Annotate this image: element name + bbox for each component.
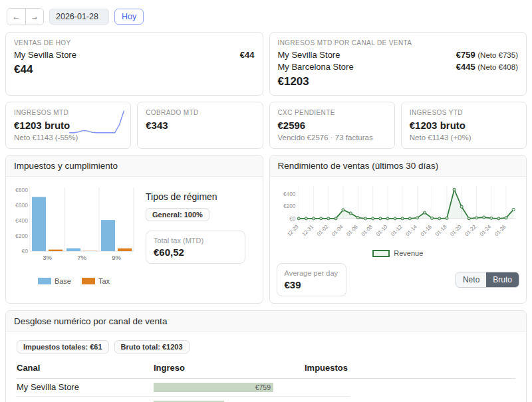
- svg-text:7%: 7%: [77, 254, 86, 261]
- svg-text:€0: €0: [22, 248, 29, 254]
- panel-desglose: Desglose numérico por canal de venta Imp…: [5, 310, 527, 402]
- column-ingreso: Ingreso: [154, 363, 305, 373]
- next-day-button[interactable]: →: [25, 9, 43, 25]
- revenue-swatch-icon: [372, 250, 390, 257]
- average-value: €39: [285, 279, 338, 290]
- card-title: CXC PENDIENTE: [278, 109, 386, 116]
- channel-row: My Barcelona Store €445 (Neto €408): [278, 62, 519, 72]
- card-title: INGRESOS YTD: [410, 109, 518, 116]
- card-value: €1203 bruto: [410, 120, 518, 131]
- channel-value: €445 (Neto €408): [456, 62, 518, 72]
- svg-text:01-04: 01-04: [330, 223, 344, 237]
- legend-label: Base: [55, 277, 71, 285]
- card-cxc-pendiente: CXC PENDIENTE €2596 Vencido €2576 · 73 f…: [269, 102, 395, 149]
- svg-text:01-10: 01-10: [374, 223, 388, 237]
- svg-text:01-24: 01-24: [478, 223, 492, 237]
- dashboard-page: ← → Hoy VENTAS DE HOY My Sevilla Store €…: [0, 0, 532, 402]
- regimen-badge: General: 100%: [146, 208, 209, 221]
- svg-text:01-18: 01-18: [434, 224, 447, 237]
- mtd-trend-sparkline: [68, 109, 126, 137]
- regimen-column: Tipos de régimen General: 100% Total tax…: [146, 183, 245, 285]
- legend-item-tax: Tax: [82, 277, 110, 285]
- arrow-left-icon: ←: [13, 12, 21, 21]
- revenue-line-chart: €0€200€40012-2912-3101-0201-0401-0601-08…: [277, 181, 519, 249]
- card-value: €2596: [278, 120, 386, 131]
- rendimiento-body: €0€200€40012-2912-3101-0201-0401-0601-08…: [270, 177, 527, 303]
- svg-text:€200: €200: [15, 233, 28, 239]
- panel-title: Rendimiento de ventas (últimos 30 días): [270, 155, 527, 177]
- svg-text:€200: €200: [283, 203, 295, 209]
- card-cobrado-mtd: COBRADO MTD €343: [137, 102, 263, 149]
- ingreso-value: €759: [255, 383, 273, 391]
- panel-impuestos: Impuestos y cumplimiento €0€200€400€600€…: [5, 155, 263, 304]
- svg-text:€400: €400: [283, 191, 295, 197]
- card-title: INGRESOS MTD POR CANAL DE VENTA: [278, 39, 519, 47]
- total-tax-box: Total tax (MTD) €60,52: [146, 231, 245, 264]
- totals-badges: Impuestos totales: €61 Bruto total: €120…: [17, 340, 515, 353]
- card-subtext: Neto €1143 (+0%): [410, 134, 518, 142]
- today-button[interactable]: Hoy: [114, 9, 144, 25]
- ingreso-bar: €759: [154, 383, 273, 392]
- arrow-right-icon: →: [31, 12, 39, 21]
- gross-value: €445: [456, 62, 475, 72]
- channel-row: My Sevilla Store €759 (Neto €735): [278, 50, 519, 60]
- svg-text:01-12: 01-12: [390, 224, 403, 237]
- canal-cell: My Sevilla Store: [17, 382, 154, 392]
- rendimiento-footer: Average per day €39 Neto Bruto: [277, 263, 520, 296]
- legend-label: Revenue: [394, 249, 423, 257]
- ingreso-cell: €759: [154, 383, 350, 392]
- revenue-legend: Revenue: [277, 249, 520, 257]
- channel-value: €759 (Neto €735): [456, 50, 518, 60]
- toggle-bruto[interactable]: Bruto: [486, 272, 519, 287]
- panel-title: Desglose numérico por canal de venta: [6, 311, 526, 332]
- neto-bruto-toggle: Neto Bruto: [456, 272, 519, 288]
- column-impuestos: Impuestos: [305, 363, 515, 373]
- channel-row: My Sevilla Store €44: [14, 50, 255, 60]
- prev-day-button[interactable]: ←: [7, 9, 25, 25]
- card-subtext: Vencido €2576 · 73 facturas: [278, 134, 386, 142]
- channel-label: My Sevilla Store: [278, 50, 340, 60]
- tax-chart-legend: Base Tax: [10, 277, 138, 285]
- impuestos-body: €0€200€400€600€8003%7%9% Base Tax Tipos …: [6, 177, 263, 290]
- svg-text:01-20: 01-20: [449, 223, 463, 237]
- tax-bar-chart: €0€200€400€600€8003%7%9%: [10, 183, 138, 274]
- gross-value: €759: [456, 50, 475, 60]
- date-input[interactable]: [49, 9, 109, 25]
- card-ingresos-mtd-canal: INGRESOS MTD POR CANAL DE VENTA My Sevil…: [269, 32, 527, 96]
- panel-rendimiento: Rendimiento de ventas (últimos 30 días) …: [269, 155, 527, 304]
- date-toolbar: ← → Hoy: [7, 8, 527, 25]
- legend-item-base: Base: [38, 277, 71, 285]
- svg-text:01-02: 01-02: [315, 224, 329, 237]
- card-ingresos-mtd: INGRESOS MTD €1203 bruto Neto €1143 (-55…: [5, 102, 131, 149]
- svg-text:01-08: 01-08: [360, 224, 373, 237]
- net-note: (Neto €408): [477, 63, 518, 71]
- net-note: (Neto €735): [477, 51, 518, 59]
- desglose-body: Impuestos totales: €61 Bruto total: €120…: [6, 332, 526, 402]
- svg-text:€800: €800: [15, 187, 28, 193]
- average-per-day-box: Average per day €39: [277, 263, 346, 296]
- tax-swatch-icon: [82, 278, 95, 284]
- svg-text:3%: 3%: [43, 254, 52, 261]
- average-label: Average per day: [285, 269, 338, 277]
- svg-text:12-29: 12-29: [286, 224, 299, 237]
- card-ingresos-ytd: INGRESOS YTD €1203 bruto Neto €1143 (+0%…: [401, 102, 527, 149]
- channel-label: My Barcelona Store: [278, 62, 354, 72]
- base-swatch-icon: [38, 278, 51, 284]
- svg-text:12-31: 12-31: [301, 224, 314, 237]
- channel-label: My Sevilla Store: [14, 50, 76, 60]
- regimen-title: Tipos de régimen: [146, 191, 245, 202]
- svg-text:01-26: 01-26: [493, 224, 506, 237]
- impuestos-totales-badge: Impuestos totales: €61: [17, 340, 109, 353]
- svg-text:01-14: 01-14: [404, 223, 418, 237]
- svg-text:€0: €0: [289, 215, 296, 222]
- total-tax-value: €60,52: [154, 247, 237, 258]
- toggle-neto[interactable]: Neto: [456, 272, 486, 287]
- svg-text:01-16: 01-16: [419, 224, 432, 237]
- card-total: €44: [14, 63, 255, 76]
- svg-text:€400: €400: [15, 217, 28, 224]
- card-total: €1203: [278, 75, 519, 88]
- table-row: My Sevilla Store €759: [17, 379, 350, 397]
- total-tax-label: Total tax (MTD): [154, 237, 237, 245]
- panel-title: Impuestos y cumplimiento: [6, 155, 263, 177]
- svg-text:9%: 9%: [112, 254, 121, 261]
